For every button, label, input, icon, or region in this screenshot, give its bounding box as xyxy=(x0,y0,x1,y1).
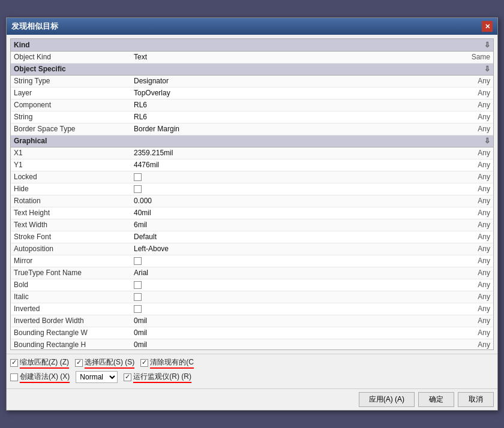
table-row: Y14476milAny xyxy=(11,159,493,171)
property-name: Bounding Rectangle W xyxy=(11,327,131,339)
property-match: Any xyxy=(457,279,493,291)
table-row: String TypeDesignatorAny xyxy=(11,75,493,87)
property-name: Stroke Font xyxy=(11,231,131,243)
properties-table-container[interactable]: Kind⇩Object KindTextSameObject Specific⇩… xyxy=(10,38,494,350)
table-row: X12359.215milAny xyxy=(11,147,493,159)
property-checkbox[interactable] xyxy=(134,305,142,313)
cb-scale-text: 缩放匹配(Z) (Z) xyxy=(20,357,69,369)
title-bar: 发现相似目标 ✕ xyxy=(7,18,497,35)
section-header-object_specific: Object Specific⇩ xyxy=(11,63,493,75)
property-name: Text Width xyxy=(11,219,131,231)
content-area: Kind⇩Object KindTextSameObject Specific⇩… xyxy=(7,35,497,354)
property-checkbox[interactable] xyxy=(134,281,142,289)
cb-clear-label[interactable]: 清除现有的(C xyxy=(140,357,194,369)
cb-scale-label[interactable]: 缩放匹配(Z) (Z) xyxy=(10,357,69,369)
property-value xyxy=(131,183,457,195)
table-row: Text Height40milAny xyxy=(11,207,493,219)
property-match: Same xyxy=(457,51,493,63)
property-name: Object Kind xyxy=(11,51,131,63)
table-row: Bounding Rectangle W0milAny xyxy=(11,327,493,339)
table-row: Bounding Rectangle H0milAny xyxy=(11,339,493,350)
property-value: 2359.215mil xyxy=(131,147,457,159)
property-name: String Type xyxy=(11,75,131,87)
close-button[interactable]: ✕ xyxy=(482,21,493,32)
property-value: TopOverlay xyxy=(131,87,457,99)
property-name: Border Space Type xyxy=(11,123,131,135)
apply-button[interactable]: 应用(A) (A) xyxy=(359,392,415,407)
property-checkbox[interactable] xyxy=(134,257,142,265)
property-match: Any xyxy=(457,75,493,87)
table-row: HideAny xyxy=(11,183,493,195)
property-name: Autoposition xyxy=(11,243,131,255)
properties-table: Kind⇩Object KindTextSameObject Specific⇩… xyxy=(11,39,493,350)
cb-monitor-label[interactable]: 运行监观仪(R) (R) xyxy=(124,372,191,383)
property-name: Bold xyxy=(11,279,131,291)
table-row: Stroke FontDefaultAny xyxy=(11,231,493,243)
property-name: Rotation xyxy=(11,195,131,207)
property-value: RL6 xyxy=(131,111,457,123)
table-row: LockedAny xyxy=(11,171,493,183)
cb-clear-checkbox[interactable] xyxy=(140,359,148,367)
normal-dropdown[interactable]: Normal xyxy=(76,371,118,383)
property-value: Left-Above xyxy=(131,243,457,255)
table-row: MirrorAny xyxy=(11,255,493,267)
property-value: Border Margin xyxy=(131,123,457,135)
cancel-button[interactable]: 取消 xyxy=(458,392,494,407)
property-match: Any xyxy=(457,303,493,315)
ok-button[interactable]: 确定 xyxy=(418,392,454,407)
property-match: Any xyxy=(457,267,493,279)
property-checkbox[interactable] xyxy=(134,293,142,301)
property-checkbox[interactable] xyxy=(134,173,142,181)
action-buttons-bar: 应用(A) (A) 确定 取消 xyxy=(7,388,497,410)
table-row: ItalicAny xyxy=(11,291,493,303)
cb-monitor-checkbox[interactable] xyxy=(124,373,131,381)
cb-monitor-text: 运行监观仪(R) (R) xyxy=(133,372,191,383)
table-row: StringRL6Any xyxy=(11,111,493,123)
property-value: 0mil xyxy=(131,315,457,327)
property-value: 0mil xyxy=(131,339,457,350)
property-name: Text Height xyxy=(11,207,131,219)
property-name: Y1 xyxy=(11,159,131,171)
property-match: Any xyxy=(457,159,493,171)
cb-scale-checkbox[interactable] xyxy=(10,359,18,367)
cb-create-label[interactable]: 创建语法(X) (X) xyxy=(10,372,70,383)
bottom-row-1: 缩放匹配(Z) (Z) 选择匹配(S) (S) 清除现有的(C xyxy=(10,357,494,369)
property-match: Any xyxy=(457,111,493,123)
property-value: 40mil xyxy=(131,207,457,219)
property-match: Any xyxy=(457,327,493,339)
property-name: Component xyxy=(11,99,131,111)
property-checkbox[interactable] xyxy=(134,185,142,193)
property-match: Any xyxy=(457,123,493,135)
property-match: Any xyxy=(457,339,493,350)
property-match: Any xyxy=(457,195,493,207)
table-row: AutopositionLeft-AboveAny xyxy=(11,243,493,255)
table-row: BoldAny xyxy=(11,279,493,291)
table-row: InvertedAny xyxy=(11,303,493,315)
property-match: Any xyxy=(457,171,493,183)
property-match: Any xyxy=(457,183,493,195)
cb-create-checkbox[interactable] xyxy=(10,373,18,381)
property-value: 4476mil xyxy=(131,159,457,171)
table-row: Border Space TypeBorder MarginAny xyxy=(11,123,493,135)
section-header-kind: Kind⇩ xyxy=(11,39,493,51)
cb-select-text: 选择匹配(S) (S) xyxy=(85,357,134,369)
property-match: Any xyxy=(457,243,493,255)
cb-select-label[interactable]: 选择匹配(S) (S) xyxy=(75,357,134,369)
dialog-title: 发现相似目标 xyxy=(11,21,58,32)
property-name: String xyxy=(11,111,131,123)
property-value: 0mil xyxy=(131,327,457,339)
property-name: Inverted Border Width xyxy=(11,315,131,327)
property-name: Mirror xyxy=(11,255,131,267)
property-match: Any xyxy=(457,291,493,303)
property-value: 6mil xyxy=(131,219,457,231)
property-value xyxy=(131,291,457,303)
table-row: Inverted Border Width0milAny xyxy=(11,315,493,327)
property-name: Italic xyxy=(11,291,131,303)
property-value xyxy=(131,171,457,183)
property-name: Locked xyxy=(11,171,131,183)
table-row: Rotation0.000Any xyxy=(11,195,493,207)
cb-clear-text: 清除现有的(C xyxy=(150,357,194,369)
property-value: Arial xyxy=(131,267,457,279)
cb-select-checkbox[interactable] xyxy=(75,359,83,367)
table-row: TrueType Font NameArialAny xyxy=(11,267,493,279)
